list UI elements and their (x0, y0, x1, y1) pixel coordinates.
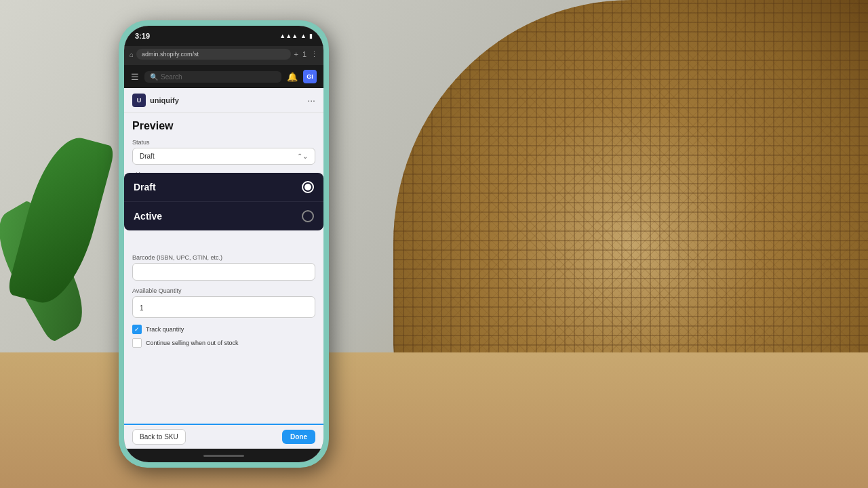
url-text: admin.shopify.com/st (142, 51, 285, 58)
app-header: U uniquify ··· (124, 88, 323, 113)
continue-selling-row[interactable]: Continue selling when out of stock (132, 338, 315, 348)
dropdown-draft-label: Draft (134, 182, 156, 192)
barcode-label: Barcode (ISBN, UPC, GTIN, etc.) (132, 254, 315, 261)
phone-case: 3:19 ▲▲▲ ▲ ▮ ⌂ admin.shopify.com/st (119, 20, 329, 468)
back-to-sku-button[interactable]: Back to SKU (132, 429, 186, 445)
notification-bell-icon[interactable]: 🔔 (287, 72, 298, 82)
barcode-field[interactable] (132, 263, 315, 281)
radio-draft[interactable] (302, 181, 314, 193)
status-select-value: Draft (140, 152, 155, 160)
qty-label: Available Quantity (132, 287, 315, 294)
phone-screen: 3:19 ▲▲▲ ▲ ▮ ⌂ admin.shopify.com/st (124, 26, 323, 462)
phone-bottom-bar (124, 449, 323, 462)
done-button[interactable]: Done (282, 430, 315, 444)
select-arrow-icon: ⌃⌄ (297, 152, 308, 160)
add-tab-icon[interactable]: + (294, 50, 298, 58)
status-dropdown[interactable]: Draft Active (124, 173, 323, 230)
dropdown-active-label: Active (134, 211, 162, 222)
check-icon: ✓ (134, 326, 140, 333)
status-select[interactable]: Draft ⌃⌄ (132, 148, 315, 165)
page-title: Preview (132, 120, 315, 132)
radio-active[interactable] (302, 210, 314, 222)
status-bar: 3:19 ▲▲▲ ▲ ▮ (124, 26, 323, 46)
status-field-label: Status (132, 139, 315, 146)
user-avatar[interactable]: GI (303, 70, 317, 83)
qty-value: 1 (140, 304, 144, 312)
phone-container: 3:19 ▲▲▲ ▲ ▮ ⌂ admin.shopify.com/st (119, 20, 329, 468)
track-qty-checkbox[interactable]: ✓ (132, 325, 142, 334)
app-name: uniquify (150, 96, 179, 104)
status-icons: ▲▲▲ ▲ ▮ (279, 33, 313, 39)
continue-selling-label: Continue selling when out of stock (146, 340, 239, 346)
browser-chrome: ⌂ admin.shopify.com/st + 1 ⋮ (124, 46, 323, 65)
home-icon[interactable]: ⌂ (130, 51, 134, 58)
qty-field[interactable]: 1 (132, 296, 315, 318)
signal-icon: ▲▲▲ (279, 33, 298, 39)
track-qty-row[interactable]: ✓ Track quantity (132, 325, 315, 334)
hamburger-icon[interactable]: ☰ (131, 72, 139, 82)
browser-actions: + 1 ⋮ (294, 50, 318, 59)
dropdown-item-active[interactable]: Active (124, 202, 323, 230)
menu-icon[interactable]: ⋮ (311, 50, 318, 59)
app-logo-icon: U (132, 94, 146, 107)
shopify-nav: ☰ 🔍 Search 🔔 GI (124, 65, 323, 88)
battery-icon: ▮ (309, 33, 313, 39)
continue-selling-checkbox[interactable] (132, 338, 142, 348)
app-logo-area: U uniquify (132, 94, 179, 107)
search-icon: 🔍 (150, 73, 158, 81)
radio-draft-inner (304, 184, 311, 190)
browser-tab-bar: ⌂ admin.shopify.com/st + 1 ⋮ (130, 49, 318, 60)
dropdown-item-draft[interactable]: Draft (124, 173, 323, 202)
track-qty-label: Track quantity (146, 326, 184, 333)
wifi-icon: ▲ (300, 33, 307, 39)
bottom-bar: Back to SKU Done (124, 424, 323, 449)
phone-body: 3:19 ▲▲▲ ▲ ▮ ⌂ admin.shopify.com/st (124, 26, 323, 462)
status-time: 3:19 (135, 32, 150, 40)
tab-switcher-icon[interactable]: 1 (302, 50, 307, 58)
url-bar[interactable]: admin.shopify.com/st (136, 49, 291, 60)
app-more-icon[interactable]: ··· (307, 95, 315, 106)
main-content: Preview Status Draft ⌃⌄ Title Woven bask… (124, 113, 323, 424)
home-indicator (203, 455, 244, 457)
search-bar[interactable]: 🔍 Search (144, 71, 281, 83)
search-placeholder: Search (161, 73, 182, 81)
below-dropdown-content: Barcode (ISBN, UPC, GTIN, etc.) Availabl… (124, 254, 323, 352)
